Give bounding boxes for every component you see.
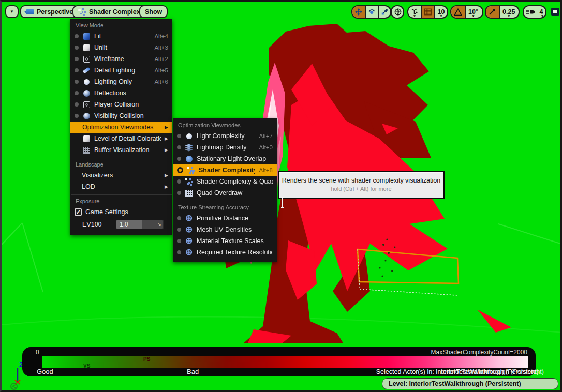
view-mode-menu: View Mode Lit Alt+4 Unlit Alt+3 Wirefram… xyxy=(70,19,172,235)
level-badge[interactable]: Level: InteriorTestWalkthrough (Persiste… xyxy=(382,378,558,389)
scale-tool-button[interactable] xyxy=(378,6,391,18)
dotted-grid-icon xyxy=(82,146,91,154)
menu-item-shader-complexity-quads[interactable]: Shader Complexity & Quads xyxy=(173,176,277,187)
camera-speed-value-button[interactable]: 4 ▾ xyxy=(536,6,546,18)
scale-snap-group: 0.25 ▾ xyxy=(485,5,520,19)
maximize-viewport-button[interactable] xyxy=(551,8,559,16)
wireframe-cube-icon xyxy=(82,100,91,109)
menu-item-lod-coloration[interactable]: Level of Detail Coloration ▶ xyxy=(70,133,172,144)
radio-icon xyxy=(177,134,181,138)
rotate-tool-button[interactable] xyxy=(365,6,378,18)
menu-item-player-collision[interactable]: Player Collision xyxy=(70,99,172,110)
ev100-spinbox[interactable]: 1.0 ↘ xyxy=(116,220,164,229)
sparkle-dots-icon xyxy=(187,166,195,174)
radio-icon xyxy=(75,80,79,84)
viewport-frame: ▼ Perspective Shader Complexity Show ▾ xyxy=(0,0,562,392)
menu-separator xyxy=(71,158,172,158)
bulb-sparkle-icon xyxy=(185,132,193,140)
world-local-toggle[interactable] xyxy=(391,5,404,19)
drag-handle-icon[interactable]: ↘ xyxy=(157,221,161,227)
streaming-accuracy-icon: ⊕ xyxy=(185,225,193,234)
menu-separator xyxy=(71,194,172,195)
exposure-header: Exposure xyxy=(70,197,172,206)
grid-snap-value-button[interactable]: 10 ▾ xyxy=(434,6,447,18)
menu-separator xyxy=(173,201,276,201)
selected-actors-status: Selected Actor(s) in: InteriorTestWalkth… xyxy=(376,368,539,375)
submenu-arrow-icon: ▶ xyxy=(165,173,168,178)
rotation-snap-value-button[interactable]: 10° ▾ xyxy=(465,6,481,18)
rotate-icon xyxy=(368,8,375,16)
submenu-arrow-icon: ▶ xyxy=(165,147,168,153)
wireframe-cube-icon xyxy=(82,55,91,63)
texture-streaming-accuracy-header: Texture Streaming Accuracy xyxy=(173,203,277,213)
layers-icon xyxy=(185,143,193,152)
translate-tool-button[interactable] xyxy=(352,6,365,18)
chevron-down-icon: ▾ xyxy=(541,14,543,18)
menu-item-required-texture-resolution[interactable]: ⊕ Required Texture Resolution xyxy=(173,247,277,258)
scale-snap-value-button[interactable]: 0.25 ▾ xyxy=(499,6,517,18)
move-icon xyxy=(355,8,362,16)
radio-icon xyxy=(75,34,79,38)
menu-item-lit[interactable]: Lit Alt+4 xyxy=(70,31,172,42)
tooltip: Renders the scene with shader complexity… xyxy=(279,172,443,198)
radio-icon xyxy=(177,191,181,195)
grid-snap-toggle[interactable] xyxy=(421,6,434,18)
perspective-button[interactable]: Perspective xyxy=(20,5,79,18)
camera-speed-icon xyxy=(526,9,535,15)
unlit-cube-icon xyxy=(82,43,91,52)
surface-snap-button[interactable]: ▾ xyxy=(408,6,421,18)
blue-sphere-icon xyxy=(185,155,193,163)
submenu-arrow-icon: ▶ xyxy=(165,125,168,130)
radio-icon xyxy=(75,91,79,95)
menu-item-shader-complexity[interactable]: Shader Complexity Alt+8 xyxy=(173,164,277,176)
shader-complexity-icon xyxy=(78,8,86,16)
streaming-accuracy-icon: ⊕ xyxy=(185,248,193,257)
viewport-options-button[interactable]: ▼ xyxy=(5,5,19,18)
menu-item-visualizers[interactable]: Visualizers ▶ xyxy=(70,170,172,181)
scale-icon xyxy=(381,8,388,16)
menu-item-visibility-collision[interactable]: Visibility Collision xyxy=(70,110,172,122)
radio-icon xyxy=(75,46,79,50)
menu-item-detail-lighting[interactable]: Detail Lighting Alt+5 xyxy=(70,65,172,76)
menu-item-primitive-distance[interactable]: ⊕ Primitive Distance xyxy=(173,213,277,224)
menu-item-quad-overdraw[interactable]: Quad Overdraw xyxy=(173,187,277,199)
menu-item-mesh-uv-densities[interactable]: ⊕ Mesh UV Densities xyxy=(173,224,277,235)
legend-good-label: Good xyxy=(37,368,53,375)
menu-item-reflections[interactable]: Reflections xyxy=(70,87,172,99)
camera-speed-group: 4 ▾ xyxy=(523,5,546,19)
submenu-arrow-icon: ▶ xyxy=(165,184,168,189)
streaming-accuracy-icon: ⊕ xyxy=(185,237,193,245)
menu-item-lightmap-density[interactable]: Lightmap Density Alt+0 xyxy=(173,142,277,153)
menu-item-game-settings[interactable]: ✓ Game Settings xyxy=(70,206,172,218)
scale-snap-toggle[interactable] xyxy=(486,6,499,18)
checkbox-checked-icon[interactable]: ✓ xyxy=(75,208,82,216)
legend-max-value: MaxShaderComplexityCount=2000 xyxy=(431,349,527,356)
menu-item-unlit[interactable]: Unlit Alt+3 xyxy=(70,42,172,53)
chevron-down-icon: ▼ xyxy=(10,10,14,14)
flashlight-icon xyxy=(82,66,91,74)
radio-selected-icon xyxy=(177,167,183,173)
perspective-label: Perspective xyxy=(37,8,73,16)
menu-item-lighting-only[interactable]: Lighting Only Alt+6 xyxy=(70,76,172,87)
show-button[interactable]: Show xyxy=(139,5,168,18)
menu-item-optimization-viewmodes[interactable]: Optimization Viewmodes ▶ xyxy=(70,122,172,133)
radio-icon xyxy=(177,250,181,254)
menu-item-lod[interactable]: LOD ▶ xyxy=(70,181,172,192)
sphere-icon xyxy=(82,89,91,97)
transform-tools-group xyxy=(351,5,391,19)
menu-item-buffer-visualization[interactable]: Buffer Visualization ▶ xyxy=(70,144,172,156)
globe-icon xyxy=(394,8,402,16)
menu-item-material-texture-scales[interactable]: ⊕ Material Texture Scales xyxy=(173,235,277,247)
rotation-snap-toggle[interactable] xyxy=(451,6,465,18)
legend-vs-marker: VS xyxy=(83,363,90,369)
menu-item-light-complexity[interactable]: Light Complexity Alt+7 xyxy=(173,130,277,142)
tooltip-title: Renders the scene with shader complexity… xyxy=(279,177,443,184)
radio-icon xyxy=(75,114,79,118)
radio-icon xyxy=(177,239,181,243)
menu-item-stationary-light-overlap[interactable]: Stationary Light Overlap xyxy=(173,153,277,164)
menu-item-wireframe[interactable]: Wireframe Alt+2 xyxy=(70,53,172,65)
camera-speed-button[interactable] xyxy=(524,6,536,18)
sphere-icon xyxy=(82,112,91,120)
legend-min-value: 0 xyxy=(36,349,39,356)
ibeam-cursor xyxy=(282,197,283,208)
